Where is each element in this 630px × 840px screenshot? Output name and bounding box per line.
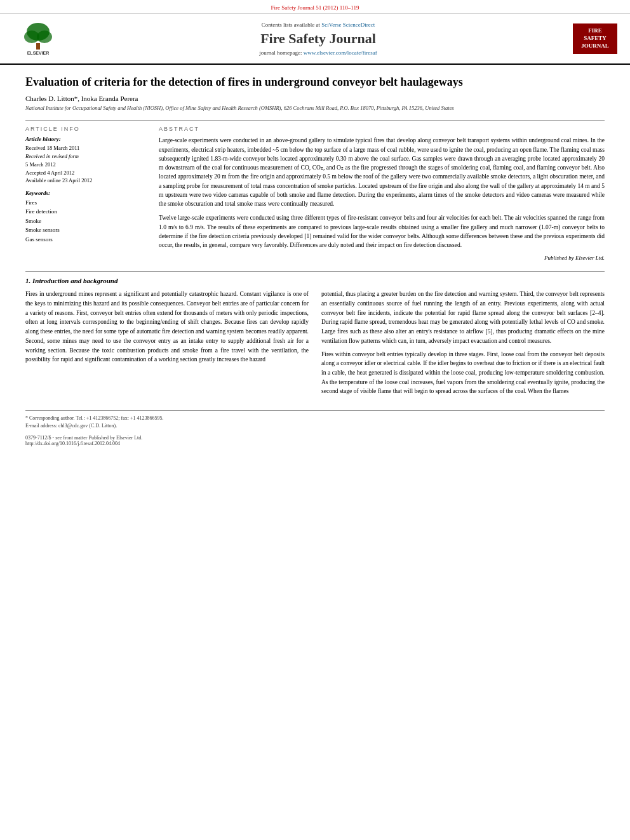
abstract-column: ABSTRACT Large-scale experiments were co… [159, 126, 605, 261]
divider-1 [25, 120, 605, 121]
email-note: E-mail address: chl3@cdc.gov (C.D. Litto… [25, 422, 605, 430]
journal-center-info: Contents lists available at SciVerse Sci… [70, 22, 566, 56]
history-label: Article history: [25, 136, 146, 142]
keyword-fire-detection: Fire detection [25, 207, 146, 216]
homepage-line: journal homepage: www.elsevier.com/locat… [70, 50, 566, 56]
copyright-1: 0379-7112/$ - see front matter Published… [25, 435, 605, 446]
keyword-gas-sensors: Gas sensors [25, 235, 146, 244]
body-left-column: Fires in underground mines represent a s… [25, 290, 309, 400]
body-left-text-1: Fires in underground mines represent a s… [25, 290, 309, 364]
keywords-block: Keywords: Fires Fire detection Smoke Smo… [25, 190, 146, 244]
authors: Charles D. Litton*, Inoka Eranda Perera [25, 95, 605, 102]
body-right-column: potential, thus placing a greater burden… [321, 290, 605, 400]
abstract-paragraph-1: Large-scale experiments were conducted i… [159, 136, 605, 208]
keywords-heading: Keywords: [25, 190, 146, 196]
svg-text:ELSEVIER: ELSEVIER [27, 51, 50, 55]
corresponding-author-note: * Corresponding author. Tel.: +1 4123866… [25, 415, 605, 422]
section1-heading: 1. Introduction and background [25, 277, 605, 284]
available-date: Available online 23 April 2012 [25, 177, 146, 185]
divider-2 [25, 271, 605, 272]
article-info-column: ARTICLE INFO Article history: Received 1… [25, 126, 146, 261]
article-info-heading: ARTICLE INFO [25, 126, 146, 132]
fire-safety-journal-logo: FIRE SAFETY JOURNAL [573, 23, 617, 53]
journal-title: Fire Safety Journal [70, 30, 566, 47]
keyword-fires: Fires [25, 198, 146, 207]
svg-rect-4 [36, 43, 40, 50]
keyword-smoke: Smoke [25, 217, 146, 225]
published-by: Published by Elsevier Ltd. [159, 255, 605, 261]
svg-point-3 [37, 30, 52, 43]
homepage-link[interactable]: www.elsevier.com/locate/firesaf [304, 50, 377, 56]
abstract-heading: ABSTRACT [159, 126, 605, 132]
revised-date: 5 March 2012 [25, 161, 146, 169]
keyword-smoke-sensors: Smoke sensors [25, 225, 146, 234]
journal-header: ELSEVIER Contents lists available at Sci… [0, 14, 630, 65]
top-bar: Fire Safety Journal 51 (2012) 110–119 [0, 0, 630, 14]
sciverse-link[interactable]: SciVerse ScienceDirect [321, 22, 375, 28]
body-right-text-1: potential, thus placing a greater burden… [321, 290, 605, 345]
received-date: Received 18 March 2011 [25, 144, 146, 152]
contents-availability: Contents lists available at SciVerse Sci… [70, 22, 566, 28]
main-content: Evaluation of criteria for the detection… [0, 65, 630, 457]
article-info-abstract-section: ARTICLE INFO Article history: Received 1… [25, 126, 605, 261]
affiliation: National Institute for Occupational Safe… [25, 105, 605, 112]
footer-notes: * Corresponding author. Tel.: +1 4123866… [25, 410, 605, 446]
revised-label: Received in revised form [25, 152, 146, 161]
body-right-text-2: Fires within conveyor belt entries typic… [321, 350, 605, 397]
body-two-column: Fires in underground mines represent a s… [25, 290, 605, 400]
article-history-block: Article history: Received 18 March 2011 … [25, 136, 146, 185]
article-title: Evaluation of criteria for the detection… [25, 75, 605, 90]
abstract-paragraph-2: Twelve large-scale experiments were cond… [159, 213, 605, 250]
accepted-date: Accepted 4 April 2012 [25, 169, 146, 177]
elsevier-logo: ELSEVIER [13, 19, 64, 58]
journal-reference: Fire Safety Journal 51 (2012) 110–119 [271, 4, 359, 11]
